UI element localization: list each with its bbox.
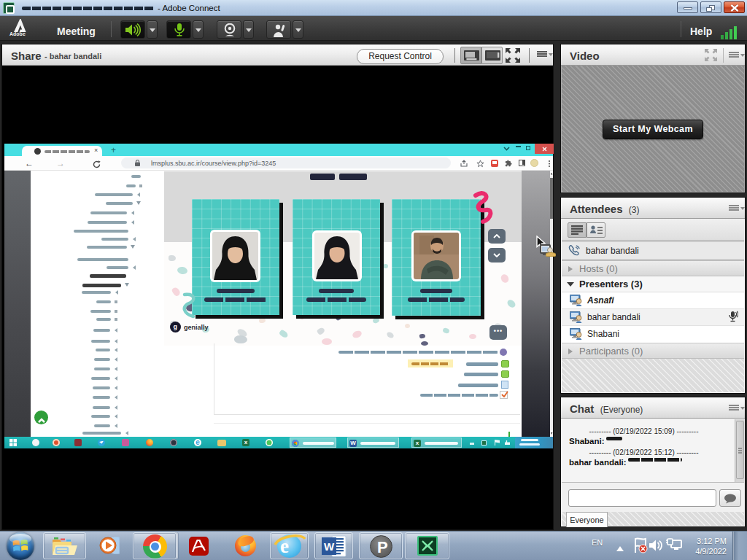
svg-text:W: W [324, 540, 335, 553]
